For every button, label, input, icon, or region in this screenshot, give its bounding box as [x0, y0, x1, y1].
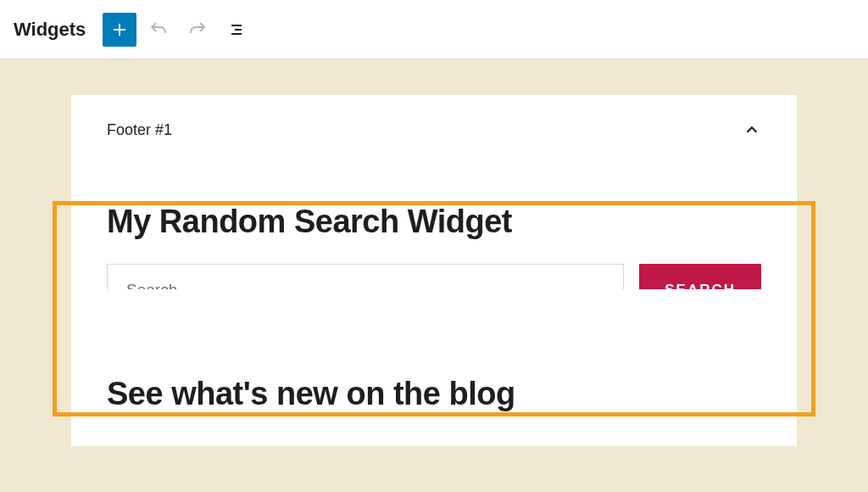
widget-area-panel: Footer #1 My Random Search Widget SEARCH…: [71, 95, 797, 446]
search-input[interactable]: [107, 264, 624, 289]
chevron-up-icon: [743, 120, 761, 139]
widget-area-header[interactable]: Footer #1: [107, 120, 761, 139]
editor-canvas: Footer #1 My Random Search Widget SEARCH…: [0, 59, 868, 492]
search-widget-title[interactable]: My Random Search Widget: [107, 204, 761, 240]
undo-icon: [148, 20, 169, 40]
widget-area-title: Footer #1: [107, 121, 172, 139]
redo-button[interactable]: [181, 13, 214, 47]
undo-button[interactable]: [142, 13, 175, 47]
page-title: Widgets: [14, 19, 86, 41]
search-widget-row: SEARCH: [107, 264, 761, 289]
list-view-icon: [226, 20, 247, 40]
redo-icon: [187, 20, 208, 40]
blog-section-title[interactable]: See what's new on the blog: [107, 376, 761, 412]
editor-toolbar: Widgets: [0, 0, 868, 59]
add-block-button[interactable]: [103, 13, 136, 47]
search-button[interactable]: SEARCH: [639, 264, 761, 289]
list-view-button[interactable]: [220, 13, 253, 47]
plus-icon: [109, 20, 130, 40]
